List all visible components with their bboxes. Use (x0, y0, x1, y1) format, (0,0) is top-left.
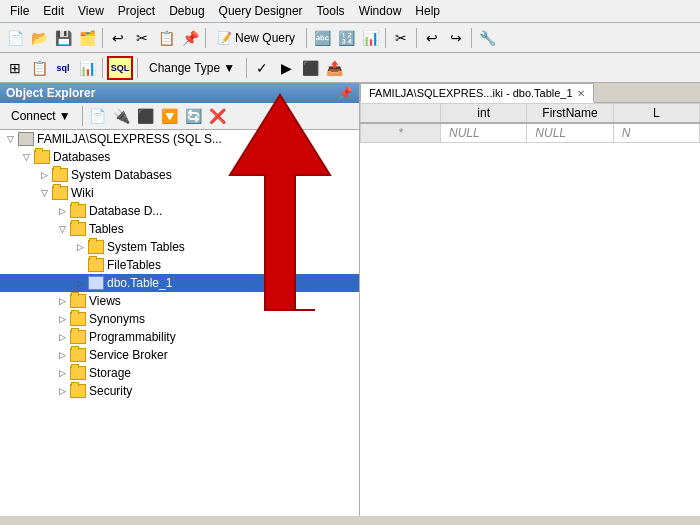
tree-item-programmability[interactable]: ▷ Programmability (0, 328, 359, 346)
menu-file[interactable]: File (4, 2, 35, 20)
oe-btn-a[interactable]: 📄 (87, 105, 109, 127)
filetables-label: FileTables (107, 258, 161, 272)
cell-null-int: NULL (441, 123, 527, 143)
menu-tools[interactable]: Tools (311, 2, 351, 20)
tree-item-dbdiag[interactable]: ▷ Database D... (0, 202, 359, 220)
object-explorer: Object Explorer 📌 Connect ▼ 📄 🔌 ⬛ 🔽 🔄 ❌ … (0, 83, 360, 516)
tree-item-tables[interactable]: ▽ Tables (0, 220, 359, 238)
toolbar-btn-g[interactable]: ⬛ (299, 57, 321, 79)
toolbar-btn-c[interactable]: 📊 (359, 27, 381, 49)
server-icon (18, 132, 34, 146)
oe-btn-d[interactable]: ❌ (207, 105, 229, 127)
tree-item-systemtables[interactable]: ▷ System Tables (0, 238, 359, 256)
dbdiag-label: Database D... (89, 204, 162, 218)
tree-item-filetables[interactable]: FileTables (0, 256, 359, 274)
expand-wiki-icon: ▽ (36, 185, 52, 201)
toolbar-btn-e[interactable]: 🔧 (476, 27, 498, 49)
tree-item-server[interactable]: ▽ FAMILJA\SQLEXPRESS (SQL S... (0, 130, 359, 148)
expand-tables-icon: ▽ (54, 221, 70, 237)
sql-text-btn[interactable]: sql (52, 57, 74, 79)
toolbar-btn-f[interactable]: ▶ (275, 57, 297, 79)
undo2-btn[interactable]: ↩ (421, 27, 443, 49)
object-explorer-pin: 📌 (338, 86, 353, 100)
tree-item-views[interactable]: ▷ Views (0, 292, 359, 310)
results-btn[interactable]: 📊 (76, 57, 98, 79)
object-explorer-title: Object Explorer (6, 86, 95, 100)
toolbar-btn-a[interactable]: 🔤 (311, 27, 333, 49)
programmability-label: Programmability (89, 330, 176, 344)
query-grid[interactable]: int FirstName L * NULL NULL N (360, 103, 700, 516)
expand-synonyms-icon: ▷ (54, 311, 70, 327)
databases-folder-icon (34, 150, 50, 164)
sep1 (102, 28, 103, 48)
sql-highlighted-button[interactable]: SQL (107, 56, 133, 80)
servicebroker-folder-icon (70, 348, 86, 362)
tables-label: Tables (89, 222, 124, 236)
expand-servicebroker-icon: ▷ (54, 347, 70, 363)
cell-null-l: N (613, 123, 699, 143)
menu-bar: File Edit View Project Debug Query Desig… (0, 0, 700, 23)
wiki-folder-icon (52, 186, 68, 200)
menu-help[interactable]: Help (409, 2, 446, 20)
oe-refresh-btn[interactable]: 🔄 (183, 105, 205, 127)
oe-btn-b[interactable]: 🔌 (111, 105, 133, 127)
toolbar-secondary: ⊞ 📋 sql 📊 SQL Change Type ▼ ✓ ▶ ⬛ 📤 (0, 53, 700, 83)
oe-btn-c[interactable]: ⬛ (135, 105, 157, 127)
grid-table: int FirstName L * NULL NULL N (360, 103, 700, 143)
object-explorer-content[interactable]: ▽ FAMILJA\SQLEXPRESS (SQL S... ▽ Databas… (0, 130, 359, 516)
sep9 (246, 58, 247, 78)
connect-button[interactable]: Connect ▼ (4, 106, 78, 126)
tab-close-icon[interactable]: ✕ (577, 88, 585, 99)
views-folder-icon (70, 294, 86, 308)
systemtables-folder-icon (88, 240, 104, 254)
storage-label: Storage (89, 366, 131, 380)
change-type-label: Change Type (149, 61, 220, 75)
new-query-button[interactable]: 📝 New Query (210, 28, 302, 48)
grid-btn[interactable]: ⊞ (4, 57, 26, 79)
tree-item-servicebroker[interactable]: ▷ Service Broker (0, 346, 359, 364)
copy-btn[interactable]: 📋 (155, 27, 177, 49)
verify-btn[interactable]: ✓ (251, 57, 273, 79)
cut-btn[interactable]: ✂ (131, 27, 153, 49)
tree-item-synonyms[interactable]: ▷ Synonyms (0, 310, 359, 328)
menu-view[interactable]: View (72, 2, 110, 20)
save-all-btn[interactable]: 🗂️ (76, 27, 98, 49)
sep3 (306, 28, 307, 48)
change-type-button[interactable]: Change Type ▼ (142, 58, 242, 78)
toolbar-btn-d[interactable]: ✂ (390, 27, 412, 49)
menu-window[interactable]: Window (353, 2, 408, 20)
save-btn[interactable]: 💾 (52, 27, 74, 49)
table-row: * NULL NULL N (361, 123, 700, 143)
tree-item-security[interactable]: ▷ Security (0, 382, 359, 400)
connect-dropdown-icon: ▼ (59, 109, 71, 123)
expand-dbdiag-icon: ▷ (54, 203, 70, 219)
redo2-btn[interactable]: ↪ (445, 27, 467, 49)
new-file-btn[interactable]: 📄 (4, 27, 26, 49)
menu-debug[interactable]: Debug (163, 2, 210, 20)
menu-query-designer[interactable]: Query Designer (213, 2, 309, 20)
new-query-label: New Query (235, 31, 295, 45)
synonyms-label: Synonyms (89, 312, 145, 326)
tree-item-databases[interactable]: ▽ Databases (0, 148, 359, 166)
sep7 (102, 58, 103, 78)
tree-item-wiki[interactable]: ▽ Wiki (0, 184, 359, 202)
dbdiag-folder-icon (70, 204, 86, 218)
paste-btn[interactable]: 📌 (179, 27, 201, 49)
tree-item-systemdb[interactable]: ▷ System Databases (0, 166, 359, 184)
undo-btn[interactable]: ↩ (107, 27, 129, 49)
oe-filter-btn[interactable]: 🔽 (159, 105, 181, 127)
open-btn[interactable]: 📂 (28, 27, 50, 49)
table-btn[interactable]: 📋 (28, 57, 50, 79)
cell-null-firstname: NULL (527, 123, 613, 143)
toolbar-btn-b[interactable]: 🔢 (335, 27, 357, 49)
tree-item-dbo-table1[interactable]: ▷ dbo.Table_1 (0, 274, 359, 292)
menu-project[interactable]: Project (112, 2, 161, 20)
query-tab[interactable]: FAMILJA\SQLEXPRES...iki - dbo.Table_1 ✕ (360, 83, 594, 103)
toolbar-btn-h[interactable]: 📤 (323, 57, 345, 79)
views-label: Views (89, 294, 121, 308)
expand-databases-icon: ▽ (18, 149, 34, 165)
security-folder-icon (70, 384, 86, 398)
tree-item-storage[interactable]: ▷ Storage (0, 364, 359, 382)
sep4 (385, 28, 386, 48)
menu-edit[interactable]: Edit (37, 2, 70, 20)
